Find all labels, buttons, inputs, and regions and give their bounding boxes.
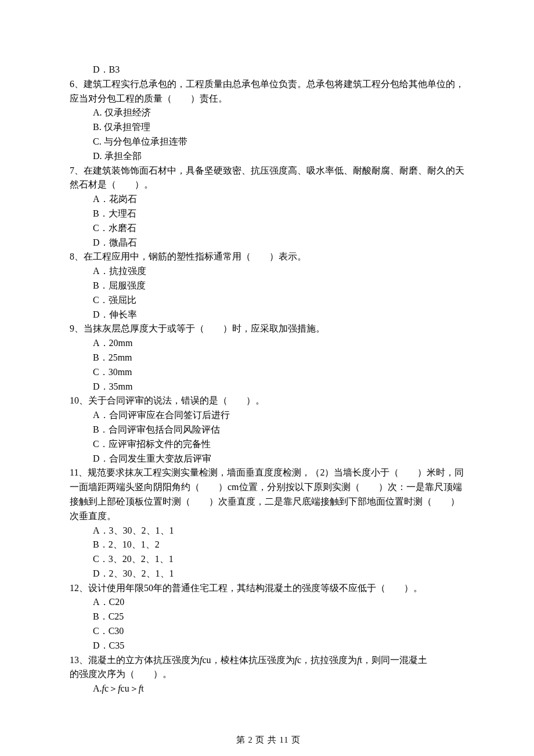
- q9-option-a: A．20mm: [70, 336, 467, 351]
- q7-text: 7、在建筑装饰饰面石材中，具备坚硬致密、抗压强度高、吸水率低、耐酸耐腐、耐磨、耐…: [70, 164, 467, 193]
- q12-option-d: D．C35: [70, 639, 467, 653]
- q6-option-c: C. 与分包单位承担连带: [70, 135, 467, 149]
- q6-option-a: A. 仅承担经济: [70, 106, 467, 120]
- q11-option-a: A．3、30、2、1、1: [70, 524, 467, 538]
- q6-text: 6、建筑工程实行总承包的，工程质量由总承包单位负责。总承包将建筑工程分包给其他单…: [70, 77, 467, 106]
- q13-cu: cu，棱柱体抗压强度为: [202, 655, 294, 665]
- q11-option-b: B．2、10、1、2: [70, 538, 467, 552]
- q12-option-b: B．C25: [70, 610, 467, 624]
- q8-option-b: B．屈服强度: [70, 279, 467, 293]
- q13-t: t，则同一混凝土: [360, 655, 427, 665]
- q9-text: 9、当抹灰层总厚度大于或等于（ ）时，应采取加强措施。: [70, 322, 467, 336]
- q11-text: 11、规范要求抹灰工程实测实量检测，墙面垂直度度检测，（2）当墙长度小于（ ）米…: [70, 466, 467, 523]
- q7-option-b: B．大理石: [70, 207, 467, 221]
- q10-option-a: A．合同评审应在合同签订后进行: [70, 408, 467, 423]
- q7-option-d: D．微晶石: [70, 236, 467, 250]
- q11-option-c: C．3、20、2、1、1: [70, 552, 467, 567]
- q13-a-lead: A.: [93, 683, 102, 693]
- q8-option-c: C．强屈比: [70, 293, 467, 308]
- q13-option-a: A.fc＞fcu＞ft: [70, 682, 467, 696]
- page-footer: 第 2 页 共 11 页: [70, 733, 467, 746]
- q12-text: 12、设计使用年限50年的普通住宅工程，其结构混凝土的强度等级不应低于（ ）。: [70, 581, 467, 596]
- q12-option-a: A．C20: [70, 595, 467, 610]
- q13-text: 13、混凝土的立方体抗压强度为fcu，棱柱体抗压强度为fc，抗拉强度为ft，则同…: [70, 653, 467, 668]
- q10-text: 10、关于合同评审的说法，错误的是（ ）。: [70, 394, 467, 408]
- q8-text: 8、在工程应用中，钢筋的塑性指标通常用（ ）表示。: [70, 250, 467, 264]
- q7-option-a: A．花岗石: [70, 192, 467, 207]
- q13-a-t3: t: [141, 683, 143, 693]
- q6-option-d: D. 承担全部: [70, 149, 467, 164]
- q9-option-b: B．25mm: [70, 351, 467, 365]
- q10-option-d: D．合同发生重大变故后评审: [70, 452, 467, 466]
- q13-a-t1: c＞: [104, 683, 118, 693]
- q8-option-d: D．伸长率: [70, 308, 467, 322]
- q13-pre: 13、混凝土的立方体抗压强度为: [70, 655, 200, 665]
- q9-option-d: D．35mm: [70, 380, 467, 394]
- q5-option-d: D．B3: [70, 63, 467, 77]
- q12-option-c: C．C30: [70, 624, 467, 639]
- q6-option-b: B. 仅承担管理: [70, 120, 467, 135]
- q13-a-t2: cu＞: [121, 683, 139, 693]
- q9-option-c: C．30mm: [70, 365, 467, 380]
- q8-option-a: A．抗拉强度: [70, 264, 467, 279]
- q13-line2: 的强度次序为（ ）。: [70, 667, 467, 682]
- q10-option-b: B．合同评审包括合同风险评估: [70, 423, 467, 437]
- q10-option-c: C．应评审招标文件的完备性: [70, 437, 467, 452]
- q11-option-d: D．2、30、2、1、1: [70, 567, 467, 581]
- q7-option-c: C．水磨石: [70, 221, 467, 236]
- q13-c: c，抗拉强度为: [297, 655, 357, 665]
